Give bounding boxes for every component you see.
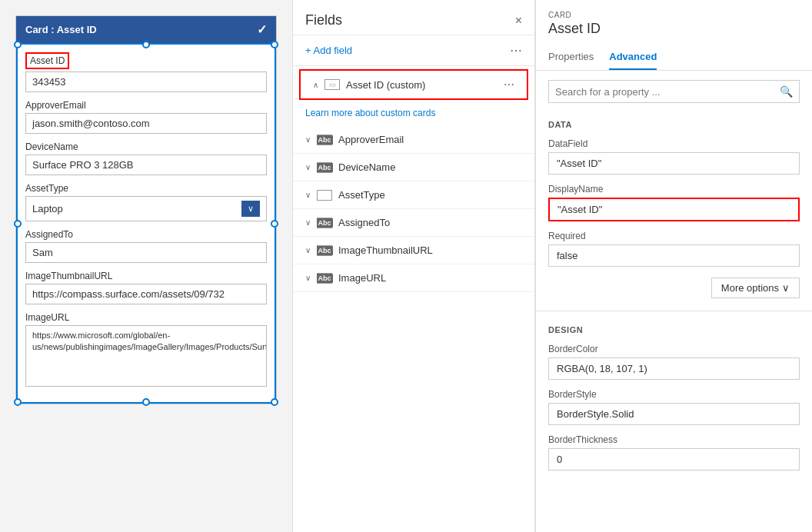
right-panel: CARD Asset ID Properties Advanced 🔍 DATA… <box>535 0 812 532</box>
field-item-approver-email[interactable]: ∨ Abc ApproverEmail <box>293 126 534 154</box>
field-group-thumbnail-url: ImageThumbnailURL <box>25 271 267 304</box>
field-item-assigned-to-label: AssignedTo <box>338 217 522 228</box>
displayname-value[interactable]: "Asset ID" <box>548 198 800 221</box>
tab-properties[interactable]: Properties <box>548 45 594 70</box>
chevron-down-more-icon: ∨ <box>782 282 790 294</box>
prop-row-border-style: BorderStyle BorderStyle.Solid <box>536 384 812 430</box>
card-body: Asset ID ApproverEmail DeviceName AssetT… <box>16 43 276 404</box>
field-item-imageurl-label: ImageURL <box>338 272 522 284</box>
right-tabs: Properties Advanced <box>536 45 812 71</box>
field-group-image-url: ImageURL https://www.microsoft.com/globa… <box>25 312 267 387</box>
border-color-value[interactable]: RGBA(0, 18, 107, 1) <box>548 357 800 380</box>
add-field-row: + Add field ⋯ <box>293 35 534 66</box>
more-options-row: More options ∨ <box>536 271 812 304</box>
image-url-textarea[interactable]: https://www.microsoft.com/global/en-us/n… <box>25 325 267 387</box>
assigned-to-input[interactable] <box>25 242 267 263</box>
handle-bot-left[interactable] <box>14 398 22 406</box>
tab-advanced[interactable]: Advanced <box>609 45 657 70</box>
field-label-image-url: ImageURL <box>25 312 267 323</box>
handle-bot-right[interactable] <box>271 398 278 406</box>
more-options-button[interactable]: More options ∨ <box>711 278 800 298</box>
field-item-thumbnail-url[interactable]: ∨ Abc ImageThumbnailURL <box>293 237 534 264</box>
chevron-up-icon[interactable]: ∧ <box>313 81 318 89</box>
design-divider <box>536 311 812 311</box>
field-item-thumbnail-label: ImageThumbnailURL <box>338 244 522 256</box>
prop-row-displayname: DisplayName "Asset ID" <box>536 179 812 226</box>
field-item-asset-id-name: Asset ID (custom) <box>346 79 498 91</box>
asset-id-icon: ▭ <box>324 79 340 90</box>
handle-top-mid[interactable] <box>142 41 150 48</box>
middle-panel: Fields × + Add field ⋯ ∧ ▭ Asset ID (cus… <box>292 0 535 532</box>
border-color-label: BorderColor <box>548 344 800 354</box>
device-name-icon: Abc <box>317 162 332 173</box>
thumbnail-url-input[interactable] <box>25 284 267 304</box>
field-item-asset-type[interactable]: ∨ AssetType <box>293 181 534 209</box>
prop-row-border-thickness: BorderThickness 0 <box>536 430 812 475</box>
add-field-dots-icon[interactable]: ⋯ <box>510 43 522 58</box>
approver-email-input[interactable] <box>25 113 267 134</box>
approver-email-icon: Abc <box>317 135 332 145</box>
left-panel: Card : Asset ID ✓ Asset ID ApproverEmail <box>0 0 292 532</box>
chevron-down-device-icon[interactable]: ∨ <box>305 163 311 171</box>
asset-id-label-highlight: Asset ID <box>25 52 69 69</box>
border-thickness-value[interactable]: 0 <box>548 448 800 470</box>
asset-id-input[interactable] <box>25 71 267 92</box>
chevron-down-imageurl-icon[interactable]: ∨ <box>305 274 311 282</box>
asset-type-value: Laptop <box>32 203 63 214</box>
prop-row-datafield: DataField "Asset ID" <box>536 134 812 179</box>
add-field-button[interactable]: + Add field <box>305 45 352 56</box>
field-label-approver: ApproverEmail <box>25 100 267 111</box>
field-group-approver-email: ApproverEmail <box>25 100 267 134</box>
right-header-label: CARD <box>536 0 812 21</box>
field-item-asset-id-custom[interactable]: ∧ ▭ Asset ID (custom) ⋯ <box>301 71 527 98</box>
field-item-assigned-to[interactable]: ∨ Abc AssignedTo <box>293 209 534 237</box>
card-check-icon[interactable]: ✓ <box>257 22 267 37</box>
handle-mid-left[interactable] <box>14 220 22 228</box>
image-url-icon: Abc <box>317 273 332 284</box>
field-label-assigned-to: AssignedTo <box>25 229 267 240</box>
displayname-label: DisplayName <box>548 184 800 195</box>
handle-top-left[interactable] <box>14 41 22 48</box>
chevron-down-approver-icon[interactable]: ∨ <box>305 135 311 144</box>
required-label: Required <box>548 231 800 241</box>
design-section-label: DESIGN <box>536 318 812 339</box>
required-value[interactable]: false <box>548 244 800 267</box>
device-name-input[interactable] <box>25 155 267 175</box>
handle-mid-right[interactable] <box>271 220 278 228</box>
handle-top-right[interactable] <box>271 41 278 48</box>
datafield-label: DataField <box>548 138 800 149</box>
prop-row-border-color: BorderColor RGBA(0, 18, 107, 1) <box>536 339 812 384</box>
field-group-asset-id: Asset ID <box>25 52 267 92</box>
card-header: Card : Asset ID ✓ <box>16 16 276 43</box>
field-label-thumbnail: ImageThumbnailURL <box>25 271 267 281</box>
asset-type-select[interactable]: Laptop ∨ <box>25 196 267 221</box>
border-thickness-label: BorderThickness <box>548 434 800 445</box>
chevron-down-assettype-icon[interactable]: ∨ <box>305 191 311 199</box>
field-item-asset-id-custom-wrapper: ∧ ▭ Asset ID (custom) ⋯ <box>299 69 528 100</box>
datafield-value[interactable]: "Asset ID" <box>548 152 800 175</box>
more-options-label: More options <box>721 282 779 294</box>
field-group-asset-type: AssetType Laptop ∨ <box>25 183 267 221</box>
chevron-down-thumbnail-icon[interactable]: ∨ <box>305 246 311 254</box>
field-group-device-name: DeviceName <box>25 141 267 175</box>
field-item-approver-name: ApproverEmail <box>338 134 522 145</box>
border-style-value[interactable]: BorderStyle.Solid <box>548 403 800 425</box>
field-item-image-url[interactable]: ∨ Abc ImageURL <box>293 264 534 292</box>
field-label-device: DeviceName <box>25 141 267 152</box>
right-header-title: Asset ID <box>536 21 812 45</box>
fields-list: ∧ ▭ Asset ID (custom) ⋯ Learn more about… <box>293 66 534 532</box>
field-item-asset-type-label: AssetType <box>338 189 522 201</box>
handle-bot-mid[interactable] <box>142 398 150 406</box>
custom-cards-link[interactable]: Learn more about custom cards <box>293 103 534 126</box>
search-input[interactable] <box>555 86 780 98</box>
close-button[interactable]: × <box>515 14 522 28</box>
fields-title: Fields <box>305 12 342 28</box>
chevron-down-assigned-icon[interactable]: ∨ <box>305 218 311 227</box>
asset-type-icon <box>317 190 332 201</box>
field-item-device-name[interactable]: ∨ Abc DeviceName <box>293 154 534 181</box>
field-item-device-name-label: DeviceName <box>338 161 522 173</box>
field-label-asset-id: Asset ID <box>25 52 267 69</box>
search-icon: 🔍 <box>780 85 793 98</box>
border-style-label: BorderStyle <box>548 389 800 400</box>
field-item-asset-id-dots-icon[interactable]: ⋯ <box>504 78 514 91</box>
